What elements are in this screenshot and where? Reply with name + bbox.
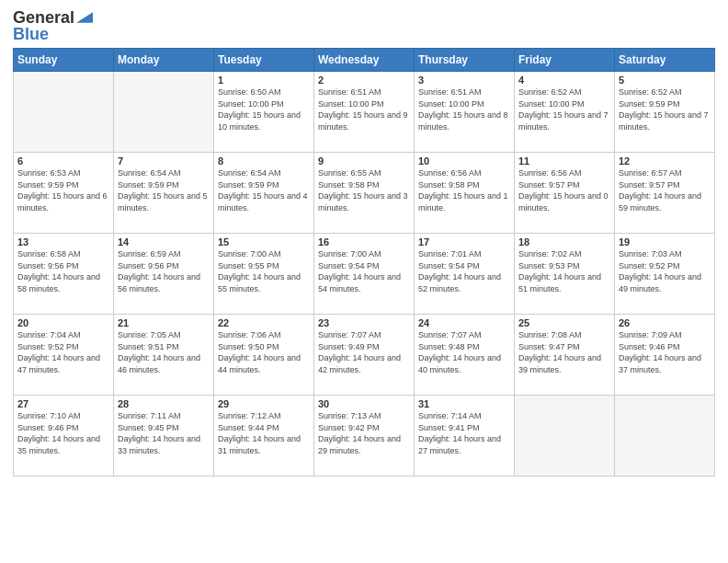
calendar-cell: 2Sunrise: 6:51 AMSunset: 10:00 PMDayligh… xyxy=(314,72,415,153)
svg-marker-0 xyxy=(76,12,93,22)
calendar-cell: 14Sunrise: 6:59 AMSunset: 9:56 PMDayligh… xyxy=(114,234,214,315)
calendar-cell: 13Sunrise: 6:58 AMSunset: 9:56 PMDayligh… xyxy=(14,234,114,315)
day-info: Sunrise: 6:52 AMSunset: 9:59 PMDaylight:… xyxy=(619,86,711,132)
calendar-cell: 3Sunrise: 6:51 AMSunset: 10:00 PMDayligh… xyxy=(415,72,515,153)
day-number: 11 xyxy=(518,155,610,167)
calendar-cell: 16Sunrise: 7:00 AMSunset: 9:54 PMDayligh… xyxy=(314,234,415,315)
calendar-cell: 11Sunrise: 6:56 AMSunset: 9:57 PMDayligh… xyxy=(515,153,615,234)
calendar-cell: 27Sunrise: 7:10 AMSunset: 9:46 PMDayligh… xyxy=(14,396,114,477)
day-info: Sunrise: 7:11 AMSunset: 9:45 PMDaylight:… xyxy=(118,410,210,456)
day-number: 1 xyxy=(218,75,310,86)
calendar-cell: 9Sunrise: 6:55 AMSunset: 9:58 PMDaylight… xyxy=(314,153,415,234)
calendar-cell xyxy=(114,72,214,153)
calendar-cell: 22Sunrise: 7:06 AMSunset: 9:50 PMDayligh… xyxy=(214,315,314,396)
day-info: Sunrise: 6:57 AMSunset: 9:57 PMDaylight:… xyxy=(619,167,711,213)
calendar-cell xyxy=(515,396,615,477)
day-info: Sunrise: 6:58 AMSunset: 9:56 PMDaylight:… xyxy=(17,248,109,294)
calendar-cell: 1Sunrise: 6:50 AMSunset: 10:00 PMDayligh… xyxy=(214,72,314,153)
day-info: Sunrise: 7:03 AMSunset: 9:52 PMDaylight:… xyxy=(619,248,711,294)
day-info: Sunrise: 6:55 AMSunset: 9:58 PMDaylight:… xyxy=(318,167,410,213)
logo: General Blue xyxy=(13,9,93,42)
day-info: Sunrise: 6:59 AMSunset: 9:56 PMDaylight:… xyxy=(118,248,210,294)
calendar-cell: 26Sunrise: 7:09 AMSunset: 9:46 PMDayligh… xyxy=(615,315,715,396)
day-number: 17 xyxy=(418,236,510,247)
day-info: Sunrise: 6:51 AMSunset: 10:00 PMDaylight… xyxy=(418,86,510,132)
day-info: Sunrise: 6:52 AMSunset: 10:00 PMDaylight… xyxy=(518,86,610,132)
calendar-cell: 4Sunrise: 6:52 AMSunset: 10:00 PMDayligh… xyxy=(515,72,615,153)
day-info: Sunrise: 7:02 AMSunset: 9:53 PMDaylight:… xyxy=(518,248,610,294)
day-number: 21 xyxy=(118,317,210,328)
day-info: Sunrise: 7:12 AMSunset: 9:44 PMDaylight:… xyxy=(218,410,310,456)
calendar-cell xyxy=(615,396,715,477)
calendar-week-row: 20Sunrise: 7:04 AMSunset: 9:52 PMDayligh… xyxy=(14,315,715,396)
day-number: 26 xyxy=(619,317,711,328)
logo-blue-text: Blue xyxy=(13,26,49,42)
calendar-week-row: 6Sunrise: 6:53 AMSunset: 9:59 PMDaylight… xyxy=(14,153,715,234)
day-info: Sunrise: 7:04 AMSunset: 9:52 PMDaylight:… xyxy=(17,329,109,375)
day-number: 18 xyxy=(518,236,610,247)
day-number: 23 xyxy=(318,317,410,328)
day-info: Sunrise: 7:05 AMSunset: 9:51 PMDaylight:… xyxy=(118,329,210,375)
day-info: Sunrise: 7:13 AMSunset: 9:42 PMDaylight:… xyxy=(318,410,410,456)
day-header: Wednesday xyxy=(314,49,415,72)
day-number: 19 xyxy=(619,236,711,247)
calendar-cell: 19Sunrise: 7:03 AMSunset: 9:52 PMDayligh… xyxy=(615,234,715,315)
calendar-week-row: 13Sunrise: 6:58 AMSunset: 9:56 PMDayligh… xyxy=(14,234,715,315)
calendar-table: SundayMondayTuesdayWednesdayThursdayFrid… xyxy=(13,48,715,477)
day-info: Sunrise: 7:07 AMSunset: 9:49 PMDaylight:… xyxy=(318,329,410,375)
day-info: Sunrise: 6:56 AMSunset: 9:57 PMDaylight:… xyxy=(518,167,610,213)
calendar-cell: 8Sunrise: 6:54 AMSunset: 9:59 PMDaylight… xyxy=(214,153,314,234)
day-info: Sunrise: 7:07 AMSunset: 9:48 PMDaylight:… xyxy=(418,329,510,375)
day-number: 16 xyxy=(318,236,410,247)
calendar-cell: 23Sunrise: 7:07 AMSunset: 9:49 PMDayligh… xyxy=(314,315,415,396)
calendar-cell: 17Sunrise: 7:01 AMSunset: 9:54 PMDayligh… xyxy=(415,234,515,315)
day-header: Thursday xyxy=(415,49,515,72)
page: General Blue SundayMondayTuesdayWednesda… xyxy=(0,0,728,563)
logo-icon xyxy=(76,11,93,24)
day-info: Sunrise: 7:08 AMSunset: 9:47 PMDaylight:… xyxy=(518,329,610,375)
day-info: Sunrise: 6:50 AMSunset: 10:00 PMDaylight… xyxy=(218,86,310,132)
day-info: Sunrise: 7:14 AMSunset: 9:41 PMDaylight:… xyxy=(418,410,510,456)
calendar-cell: 25Sunrise: 7:08 AMSunset: 9:47 PMDayligh… xyxy=(515,315,615,396)
calendar-cell: 30Sunrise: 7:13 AMSunset: 9:42 PMDayligh… xyxy=(314,396,415,477)
calendar-cell: 12Sunrise: 6:57 AMSunset: 9:57 PMDayligh… xyxy=(615,153,715,234)
day-number: 13 xyxy=(17,236,109,247)
calendar-cell: 6Sunrise: 6:53 AMSunset: 9:59 PMDaylight… xyxy=(14,153,114,234)
day-header: Saturday xyxy=(615,49,715,72)
day-info: Sunrise: 6:54 AMSunset: 9:59 PMDaylight:… xyxy=(218,167,310,213)
logo-general-text: General xyxy=(13,9,74,26)
day-header: Monday xyxy=(114,49,214,72)
calendar-week-row: 27Sunrise: 7:10 AMSunset: 9:46 PMDayligh… xyxy=(14,396,715,477)
day-number: 2 xyxy=(318,75,410,86)
day-number: 30 xyxy=(318,398,410,409)
day-number: 25 xyxy=(518,317,610,328)
calendar-cell: 10Sunrise: 6:56 AMSunset: 9:58 PMDayligh… xyxy=(415,153,515,234)
day-number: 24 xyxy=(418,317,510,328)
day-number: 7 xyxy=(118,155,210,167)
day-number: 3 xyxy=(418,75,510,86)
day-number: 12 xyxy=(619,155,711,167)
day-number: 15 xyxy=(218,236,310,247)
day-number: 6 xyxy=(17,155,109,167)
day-number: 4 xyxy=(518,75,610,86)
day-header: Sunday xyxy=(14,49,114,72)
day-info: Sunrise: 6:56 AMSunset: 9:58 PMDaylight:… xyxy=(418,167,510,213)
day-info: Sunrise: 7:06 AMSunset: 9:50 PMDaylight:… xyxy=(218,329,310,375)
calendar-cell: 28Sunrise: 7:11 AMSunset: 9:45 PMDayligh… xyxy=(114,396,214,477)
day-number: 29 xyxy=(218,398,310,409)
day-number: 9 xyxy=(318,155,410,167)
calendar-week-row: 1Sunrise: 6:50 AMSunset: 10:00 PMDayligh… xyxy=(14,72,715,153)
day-info: Sunrise: 7:09 AMSunset: 9:46 PMDaylight:… xyxy=(619,329,711,375)
calendar-cell: 31Sunrise: 7:14 AMSunset: 9:41 PMDayligh… xyxy=(415,396,515,477)
header: General Blue xyxy=(13,9,715,42)
day-number: 28 xyxy=(118,398,210,409)
day-header: Friday xyxy=(515,49,615,72)
calendar-cell: 15Sunrise: 7:00 AMSunset: 9:55 PMDayligh… xyxy=(214,234,314,315)
day-number: 20 xyxy=(17,317,109,328)
day-info: Sunrise: 7:10 AMSunset: 9:46 PMDaylight:… xyxy=(17,410,109,456)
day-info: Sunrise: 6:53 AMSunset: 9:59 PMDaylight:… xyxy=(17,167,109,213)
day-info: Sunrise: 7:00 AMSunset: 9:55 PMDaylight:… xyxy=(218,248,310,294)
days-header-row: SundayMondayTuesdayWednesdayThursdayFrid… xyxy=(14,49,715,72)
day-info: Sunrise: 6:54 AMSunset: 9:59 PMDaylight:… xyxy=(118,167,210,213)
calendar-cell: 24Sunrise: 7:07 AMSunset: 9:48 PMDayligh… xyxy=(415,315,515,396)
